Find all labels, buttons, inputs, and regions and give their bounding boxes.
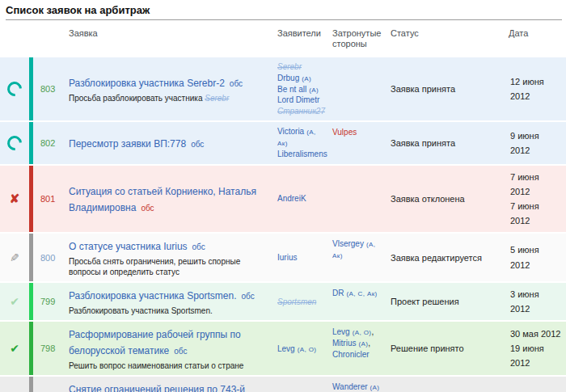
affected-cell: Vulpes	[332, 122, 391, 163]
rejected-x-icon: ✘	[10, 192, 20, 206]
request-row: ✘ 801 Ситуация со статьей Корниенко, Нат…	[0, 166, 566, 234]
date-text: 3 июня 2012	[510, 287, 561, 316]
applicant-link[interactable]: Iurius	[277, 253, 297, 262]
case-number: 801	[40, 194, 55, 204]
case-number: 800	[40, 253, 55, 263]
column-header-applicants: Заявители	[277, 28, 332, 49]
user-flag-marker: (А, Ак)	[277, 129, 316, 147]
request-title-link[interactable]: Ситуация со статьей Корниенко, Наталья В…	[69, 186, 256, 213]
status-text: Проект решения	[391, 297, 459, 306]
affected-cell: Vlsergey(А, Ак)	[332, 234, 391, 281]
table-header-row: Заявка Заявители Затронутые стороны Стат…	[0, 20, 566, 57]
column-header-date: Дата	[509, 28, 566, 49]
applicant-link[interactable]: Sportsmen	[277, 297, 316, 306]
case-number: 802	[40, 138, 55, 148]
status-text: Заявка принята	[391, 84, 455, 94]
request-row: ✔ 798 Расформирование рабочей группы по …	[0, 322, 566, 377]
date-text: 7 июня 2012	[510, 199, 561, 228]
applicant-link[interactable]: Be nt all(А)	[277, 85, 319, 94]
talk-link[interactable]: обс	[230, 79, 243, 88]
date-cell: 7 июня 20127 июня 2012	[509, 166, 566, 233]
request-title-link[interactable]: Разблокировка участника Sportsmen.	[69, 290, 237, 301]
talk-link[interactable]: обс	[141, 204, 154, 213]
affected-user-link[interactable]: Wanderer(А)	[332, 381, 379, 392]
request-summary: Просьба снять ограничения, решить спорны…	[69, 256, 269, 277]
status-text: Решение принято	[391, 344, 464, 353]
status-icon-cell	[0, 122, 29, 163]
affected-cell: Wanderer(А)	[332, 377, 391, 392]
request-title-link[interactable]: О статусе участника Iurius	[69, 241, 188, 252]
request-title-link[interactable]: Пересмотр заявки ВП:778	[69, 138, 186, 150]
applicants-cell: Victoria(А, Ак)Liberalismens	[277, 122, 332, 163]
status-icon-cell	[0, 57, 29, 120]
affected-cell	[332, 57, 391, 120]
separator: ,	[368, 338, 370, 349]
request-title-link[interactable]: Расформирование рабочей группы по белору…	[69, 329, 241, 356]
talk-link[interactable]: обс	[191, 140, 204, 149]
applicant-link[interactable]: Victoria(А, Ак)	[277, 127, 316, 147]
request-title-link[interactable]: Разблокировка участника Serebr-2	[69, 78, 225, 89]
status-icon-cell: ✘	[0, 166, 29, 233]
affected-user-link[interactable]: DR(А, С, Ак)	[332, 288, 378, 299]
affected-user-link[interactable]: Vulpes	[332, 127, 357, 138]
date-cell: 12 июня 2012	[509, 57, 566, 120]
request-row: 803 Разблокировка участника Serebr-2обс …	[0, 57, 566, 122]
applicant-link[interactable]: Serebr	[277, 62, 302, 71]
applicants-cell: Drbug(А)	[277, 377, 332, 392]
applicant-link[interactable]: Lord Dimetr	[277, 95, 319, 104]
affected-user-link[interactable]: Levg(А, О)	[332, 327, 371, 338]
status-icon-cell: ✔	[0, 283, 29, 320]
column-header-status: Статус	[391, 28, 509, 49]
request-table-body: 803 Разблокировка участника Serebr-2обс …	[0, 57, 566, 392]
user-flag-marker: (А, С, Ак)	[346, 290, 377, 297]
user-flag-marker: (А)	[370, 384, 380, 391]
applicant-link[interactable]: Странник27	[277, 107, 325, 116]
affected-user-link[interactable]: Mitrius(А)	[332, 338, 368, 349]
applicants-cell: SerebrDrbug(А)Be nt all(А)Lord DimetrСтр…	[277, 57, 332, 120]
page-title: Список заявок на арбитраж	[6, 4, 562, 20]
affected-user-link[interactable]: Chronicler	[332, 349, 370, 360]
request-summary: Просьба разблокировать участника Serebr	[69, 93, 229, 103]
case-number: 798	[40, 344, 55, 353]
date-text: 9 июня 2012	[510, 129, 561, 158]
applicant-link[interactable]: Drbug(А)	[277, 74, 311, 82]
date-cell: 30 мая 201219 июня 2012	[509, 322, 566, 375]
status-icon-cell: ✎	[0, 377, 29, 392]
status-text: Заявка редактируется	[391, 253, 482, 263]
user-flag-marker: (А)	[358, 340, 368, 348]
date-cell: 9 июня 2012	[509, 122, 566, 163]
talk-link[interactable]: обс	[192, 242, 205, 251]
applicants-cell: Sportsmen	[277, 283, 332, 320]
arbitration-requests-page: Список заявок на арбитраж Заявка Заявите…	[0, 4, 566, 392]
check-icon: ✔	[10, 342, 19, 355]
applicant-link[interactable]: Levg(А, О)	[277, 344, 316, 353]
request-title-link[interactable]: Снятие ограничений решения по 743-й заяв…	[69, 384, 245, 392]
talk-link[interactable]: обс	[242, 292, 255, 301]
request-row: ✔ 799 Разблокировка участника Sportsmen.…	[0, 283, 566, 322]
request-row: ✎ 800 О статусе участника Iuriusобс Прос…	[0, 234, 566, 283]
date-text: 12 июня 2012	[510, 74, 561, 103]
user-flag-marker: (А, Ак)	[332, 241, 375, 259]
request-row: ✎ 797 Снятие ограничений решения по 743-…	[0, 377, 566, 392]
request-summary: Разблокировать участника Sportsmen.	[69, 306, 213, 316]
case-number: 803	[40, 84, 55, 94]
in-progress-icon	[4, 133, 24, 153]
draft-check-icon: ✔	[10, 295, 19, 308]
affected-user-link[interactable]: Vlsergey(А, Ак)	[332, 238, 386, 261]
date-cell: 5 июня 2012	[509, 234, 566, 281]
affected-cell: DR(А, С, Ак)	[332, 283, 391, 320]
user-flag-marker: (А, О)	[353, 329, 372, 336]
status-icon-cell: ✔	[0, 322, 29, 375]
applicant-link[interactable]: AndreiK	[277, 194, 306, 203]
status-text: Заявка принята	[391, 138, 455, 148]
status-text: Заявка отклонена	[391, 194, 465, 204]
talk-link[interactable]: обс	[174, 347, 187, 356]
in-progress-icon	[4, 79, 24, 99]
date-text: 7 июня 2012	[510, 170, 561, 199]
summary-user-link[interactable]: Serebr	[205, 94, 229, 103]
pencil-icon: ✎	[10, 251, 19, 264]
applicants-cell: Iurius	[277, 234, 332, 281]
applicant-link[interactable]: Liberalismens	[277, 150, 327, 158]
status-icon-cell: ✎	[0, 234, 29, 281]
date-cell: 3 июня 2012	[509, 283, 566, 320]
